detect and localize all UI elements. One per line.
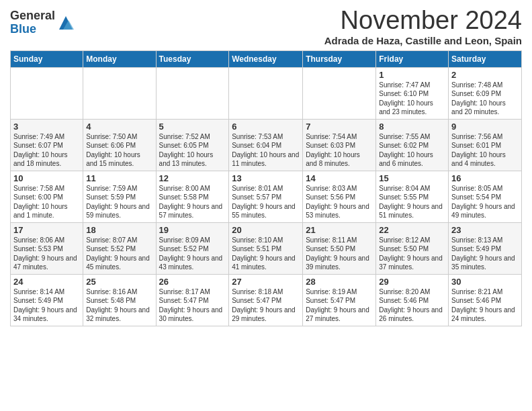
day-info: Sunrise: 8:10 AM Sunset: 5:51 PM Dayligh…	[232, 236, 300, 272]
day-number: 11	[86, 173, 152, 183]
day-number: 19	[159, 225, 226, 235]
day-info: Sunrise: 7:54 AM Sunset: 6:03 PM Dayligh…	[306, 132, 373, 169]
calendar-cell	[229, 67, 303, 119]
logo: General Blue	[10, 9, 75, 36]
day-info: Sunrise: 7:56 AM Sunset: 6:01 PM Dayligh…	[451, 132, 519, 169]
day-info: Sunrise: 8:14 AM Sunset: 5:49 PM Dayligh…	[13, 287, 80, 324]
header-friday: Friday	[376, 50, 449, 67]
day-info: Sunrise: 8:21 AM Sunset: 5:46 PM Dayligh…	[451, 287, 519, 324]
calendar-week-5: 24Sunrise: 8:14 AM Sunset: 5:49 PM Dayli…	[11, 274, 522, 326]
day-number: 14	[306, 173, 373, 183]
calendar-cell: 27Sunrise: 8:18 AM Sunset: 5:47 PM Dayli…	[229, 274, 303, 326]
title-block: November 2024 Adrada de Haza, Castille a…	[324, 7, 522, 46]
calendar-cell: 23Sunrise: 8:13 AM Sunset: 5:49 PM Dayli…	[449, 222, 522, 274]
day-number: 10	[13, 173, 80, 183]
calendar-cell: 15Sunrise: 8:04 AM Sunset: 5:55 PM Dayli…	[376, 171, 449, 222]
calendar-cell: 19Sunrise: 8:09 AM Sunset: 5:52 PM Dayli…	[156, 222, 229, 274]
header: General Blue November 2024 Adrada de Haz…	[10, 7, 522, 46]
calendar-cell: 18Sunrise: 8:07 AM Sunset: 5:52 PM Dayli…	[83, 222, 156, 274]
day-info: Sunrise: 8:20 AM Sunset: 5:46 PM Dayligh…	[379, 287, 445, 324]
calendar-week-1: 1Sunrise: 7:47 AM Sunset: 6:10 PM Daylig…	[11, 67, 522, 119]
day-number: 5	[159, 122, 226, 132]
calendar-cell: 8Sunrise: 7:55 AM Sunset: 6:02 PM Daylig…	[376, 119, 449, 171]
header-saturday: Saturday	[449, 50, 522, 67]
day-number: 9	[451, 122, 519, 132]
calendar-cell	[156, 67, 229, 119]
day-info: Sunrise: 7:49 AM Sunset: 6:07 PM Dayligh…	[13, 132, 80, 169]
calendar-cell: 24Sunrise: 8:14 AM Sunset: 5:49 PM Dayli…	[11, 274, 83, 326]
calendar-week-3: 10Sunrise: 7:58 AM Sunset: 6:00 PM Dayli…	[11, 171, 522, 222]
day-number: 21	[306, 225, 373, 235]
calendar-cell	[11, 67, 83, 119]
day-info: Sunrise: 7:59 AM Sunset: 5:59 PM Dayligh…	[86, 184, 152, 220]
header-thursday: Thursday	[303, 50, 376, 67]
logo-icon	[56, 13, 75, 32]
logo-general: General	[10, 9, 55, 23]
calendar-cell: 17Sunrise: 8:06 AM Sunset: 5:53 PM Dayli…	[11, 222, 83, 274]
day-info: Sunrise: 8:03 AM Sunset: 5:56 PM Dayligh…	[306, 184, 373, 220]
page-container: General Blue November 2024 Adrada de Haz…	[0, 0, 532, 336]
logo-blue: Blue	[10, 23, 55, 36]
day-number: 8	[379, 122, 445, 132]
day-number: 16	[451, 173, 519, 183]
calendar-cell: 30Sunrise: 8:21 AM Sunset: 5:46 PM Dayli…	[449, 274, 522, 326]
day-number: 28	[306, 277, 373, 287]
day-info: Sunrise: 8:05 AM Sunset: 5:54 PM Dayligh…	[451, 184, 519, 220]
day-number: 7	[306, 122, 373, 132]
day-number: 20	[232, 225, 300, 235]
calendar-cell: 25Sunrise: 8:16 AM Sunset: 5:48 PM Dayli…	[83, 274, 156, 326]
day-number: 18	[86, 225, 152, 235]
day-number: 3	[13, 122, 80, 132]
day-info: Sunrise: 8:01 AM Sunset: 5:57 PM Dayligh…	[232, 184, 300, 220]
header-wednesday: Wednesday	[229, 50, 303, 67]
day-number: 2	[451, 70, 519, 80]
calendar-cell: 20Sunrise: 8:10 AM Sunset: 5:51 PM Dayli…	[229, 222, 303, 274]
calendar-cell: 29Sunrise: 8:20 AM Sunset: 5:46 PM Dayli…	[376, 274, 449, 326]
day-number: 23	[451, 225, 519, 235]
header-monday: Monday	[83, 50, 156, 67]
calendar-cell: 16Sunrise: 8:05 AM Sunset: 5:54 PM Dayli…	[449, 171, 522, 222]
calendar-cell: 2Sunrise: 7:48 AM Sunset: 6:09 PM Daylig…	[449, 67, 522, 119]
day-info: Sunrise: 8:18 AM Sunset: 5:47 PM Dayligh…	[232, 287, 300, 324]
day-info: Sunrise: 8:19 AM Sunset: 5:47 PM Dayligh…	[306, 287, 373, 324]
calendar-cell: 6Sunrise: 7:53 AM Sunset: 6:04 PM Daylig…	[229, 119, 303, 171]
logo-text: General Blue	[10, 9, 55, 36]
day-number: 29	[379, 277, 445, 287]
day-number: 6	[232, 122, 300, 132]
day-info: Sunrise: 8:17 AM Sunset: 5:47 PM Dayligh…	[159, 287, 226, 324]
day-info: Sunrise: 8:13 AM Sunset: 5:49 PM Dayligh…	[451, 236, 519, 272]
calendar: Sunday Monday Tuesday Wednesday Thursday…	[10, 50, 522, 326]
day-info: Sunrise: 7:47 AM Sunset: 6:10 PM Dayligh…	[379, 81, 445, 117]
calendar-cell: 3Sunrise: 7:49 AM Sunset: 6:07 PM Daylig…	[11, 119, 83, 171]
month-title: November 2024	[324, 7, 522, 35]
calendar-cell: 11Sunrise: 7:59 AM Sunset: 5:59 PM Dayli…	[83, 171, 156, 222]
day-number: 13	[232, 173, 300, 183]
day-info: Sunrise: 7:48 AM Sunset: 6:09 PM Dayligh…	[451, 81, 519, 117]
day-info: Sunrise: 8:00 AM Sunset: 5:58 PM Dayligh…	[159, 184, 226, 220]
day-number: 4	[86, 122, 152, 132]
day-number: 25	[86, 277, 152, 287]
day-info: Sunrise: 8:04 AM Sunset: 5:55 PM Dayligh…	[379, 184, 445, 220]
calendar-cell: 10Sunrise: 7:58 AM Sunset: 6:00 PM Dayli…	[11, 171, 83, 222]
header-sunday: Sunday	[11, 50, 83, 67]
day-number: 12	[159, 173, 226, 183]
calendar-week-4: 17Sunrise: 8:06 AM Sunset: 5:53 PM Dayli…	[11, 222, 522, 274]
day-info: Sunrise: 8:09 AM Sunset: 5:52 PM Dayligh…	[159, 236, 226, 272]
day-info: Sunrise: 7:50 AM Sunset: 6:06 PM Dayligh…	[86, 132, 152, 169]
day-info: Sunrise: 7:52 AM Sunset: 6:05 PM Dayligh…	[159, 132, 226, 169]
calendar-cell	[303, 67, 376, 119]
day-number: 17	[13, 225, 80, 235]
day-info: Sunrise: 8:12 AM Sunset: 5:50 PM Dayligh…	[379, 236, 445, 272]
calendar-cell: 21Sunrise: 8:11 AM Sunset: 5:50 PM Dayli…	[303, 222, 376, 274]
day-number: 24	[13, 277, 80, 287]
calendar-cell: 9Sunrise: 7:56 AM Sunset: 6:01 PM Daylig…	[449, 119, 522, 171]
calendar-cell: 22Sunrise: 8:12 AM Sunset: 5:50 PM Dayli…	[376, 222, 449, 274]
calendar-cell: 1Sunrise: 7:47 AM Sunset: 6:10 PM Daylig…	[376, 67, 449, 119]
calendar-cell: 13Sunrise: 8:01 AM Sunset: 5:57 PM Dayli…	[229, 171, 303, 222]
calendar-cell: 14Sunrise: 8:03 AM Sunset: 5:56 PM Dayli…	[303, 171, 376, 222]
calendar-cell: 28Sunrise: 8:19 AM Sunset: 5:47 PM Dayli…	[303, 274, 376, 326]
day-info: Sunrise: 7:53 AM Sunset: 6:04 PM Dayligh…	[232, 132, 300, 169]
day-info: Sunrise: 8:11 AM Sunset: 5:50 PM Dayligh…	[306, 236, 373, 272]
day-number: 27	[232, 277, 300, 287]
day-info: Sunrise: 8:06 AM Sunset: 5:53 PM Dayligh…	[13, 236, 80, 272]
